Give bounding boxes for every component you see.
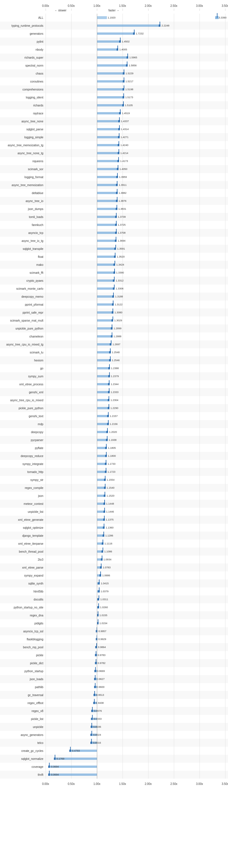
row-label: scimark_fft xyxy=(0,271,46,274)
row-chart-area: 1.2020 xyxy=(46,428,225,436)
row-chart-area: 1.3725 xyxy=(46,221,225,229)
row-chart-area: 1.1520 xyxy=(46,492,225,500)
table-row: logging_simple1.4271 xyxy=(0,133,228,141)
row-chart-area: 0.9438 xyxy=(46,699,225,707)
row-label: richards xyxy=(0,104,46,107)
table-row: typing_runtime_protocols2.2248 xyxy=(0,22,228,30)
row-label: sympy_str xyxy=(0,478,46,482)
table-row: scimark_lu1.2548 xyxy=(0,348,228,356)
table-row: pickle_pure_python1.2290 xyxy=(0,404,228,412)
table-row: sympy_expand1.0686 xyxy=(0,571,228,580)
table-row: async_tree_io_tg1.3694 xyxy=(0,237,228,245)
row-chart-area: 1.2548 xyxy=(46,348,225,356)
row-chart-area: 1.3708 xyxy=(46,229,225,237)
row-label: pickle_list xyxy=(0,717,46,721)
table-row: meteor_contest1.1448 xyxy=(0,500,228,508)
row-label: async_tree_memoization_tg xyxy=(0,144,46,147)
row-label: crypto_pyaes xyxy=(0,279,46,282)
row-chart-area: 1.3390 xyxy=(46,269,225,277)
row-chart-area: 1.4214 xyxy=(46,149,225,157)
row-label: chameleon xyxy=(0,335,46,338)
table-row: richards1.5105 xyxy=(0,101,228,109)
row-label: chaos xyxy=(0,72,46,75)
row-chart-area: 0.9513 xyxy=(46,691,225,699)
row-label: unpickle_list xyxy=(0,510,46,514)
table-row: scimark_sparse_mat_mult1.3029 xyxy=(0,316,228,324)
row-label: deltablue xyxy=(0,191,46,195)
row-chart-area: 1.5217 xyxy=(46,78,225,85)
table-row: nbody1.4005 xyxy=(0,45,228,54)
row-label: sympy_sum xyxy=(0,375,46,378)
row-chart-area: 1.1805 xyxy=(46,444,225,452)
row-label: deepcopy xyxy=(0,431,46,434)
table-row: async_tree_cpu_io_mixed1.2304 xyxy=(0,396,228,404)
row-chart-area: 1.5229 xyxy=(46,69,225,78)
row-label: create_gc_cycles xyxy=(0,749,46,752)
row-chart-area: 2.2248 xyxy=(46,22,225,30)
row-label: coroutines xyxy=(0,80,46,83)
row-label: bench_mp_pool xyxy=(0,646,46,649)
table-row: pickle_dict0.9782 xyxy=(0,659,228,667)
table-row: generators1.7232 xyxy=(0,30,228,37)
row-label: pycparser xyxy=(0,439,46,442)
row-chart-area: 1.4337 xyxy=(46,117,225,125)
table-row: gc_traversal0.9513 xyxy=(0,691,228,699)
table-row: html5lib1.0379 xyxy=(0,587,228,595)
row-label: pprint_safe_repr xyxy=(0,311,46,314)
row-chart-area: 1.5198 xyxy=(46,85,225,93)
table-row: pickle_list0.9033 xyxy=(0,715,228,723)
row-label: bench_thread_pool xyxy=(0,550,46,553)
row-chart-area: 1.5965 xyxy=(46,54,225,61)
row-chart-area: 1.3739 xyxy=(46,213,225,221)
table-row: fannkuch1.3725 xyxy=(0,221,228,229)
row-label: async_tree_memoization xyxy=(0,184,46,187)
row-chart-area: 0.9033 xyxy=(46,715,225,723)
row-label: pickle_dict xyxy=(0,662,46,665)
top-axis: 0.00x0.50x1.00x1.50x2.00x2.50x3.00x3.50x… xyxy=(46,4,225,13)
table-row: scimark_sor1.4050 xyxy=(0,165,228,173)
table-row: float1.3520 xyxy=(0,253,228,261)
table-row: pyflate1.1805 xyxy=(0,444,228,452)
row-chart-area: 0.0694 xyxy=(46,763,225,771)
row-label: coverage xyxy=(0,765,46,768)
table-row: deepcopy1.2020 xyxy=(0,428,228,436)
row-chart-area: 0.8916 xyxy=(46,739,225,747)
row-chart-area: 1.0311 xyxy=(46,595,225,603)
row-label: richards_super xyxy=(0,56,46,59)
table-row: pathlib0.9600 xyxy=(0,683,228,691)
table-row: spectral_norm1.5856 xyxy=(0,61,228,69)
row-chart-area: 1.5856 xyxy=(46,61,225,69)
row-label: pathlib xyxy=(0,686,46,689)
row-label: deepcopy_memo xyxy=(0,295,46,298)
row-chart-area: 1.1086 xyxy=(46,548,225,556)
row-chart-area: 1.2388 xyxy=(46,364,225,372)
row-chart-area: 1.2157 xyxy=(46,412,225,420)
row-chart-area: 1.0934 xyxy=(46,556,225,563)
row-label: scimark_sor xyxy=(0,167,46,171)
row-chart-area: 1.1448 xyxy=(46,500,225,508)
row-label: comprehensions xyxy=(0,88,46,91)
row-chart-area: 1.1286 xyxy=(46,532,225,539)
row-chart-area: 1.0783 xyxy=(46,563,225,571)
row-label: sqlite_synth xyxy=(0,582,46,585)
row-chart-area: 0.1769 xyxy=(46,755,225,763)
row-label: sqlglot_normalize xyxy=(0,757,46,761)
table-row: crypto_pyaes1.3312 xyxy=(0,277,228,285)
row-chart-area: 1.2344 xyxy=(46,380,225,388)
table-row: telco0.8916 xyxy=(0,739,228,747)
row-label: go xyxy=(0,367,46,370)
row-label: pickle xyxy=(0,654,46,657)
row-chart-area: 0.8924 xyxy=(46,731,225,739)
row-label: async_tree_cpu_io_mixed_tg xyxy=(0,343,46,346)
table-row: xml_etree_parse1.0783 xyxy=(0,563,228,571)
row-chart-area: 1.3306 xyxy=(46,285,225,292)
row-chart-area: 0.9076 xyxy=(46,707,225,715)
row-label: meteor_contest xyxy=(0,502,46,505)
table-row: xml_etree_iterparse1.1116 xyxy=(0,539,228,548)
row-chart-area: 1.0260 xyxy=(46,603,225,611)
row-label: hexiom xyxy=(0,359,46,362)
table-row: mdp1.2156 xyxy=(0,420,228,428)
row-label: spectral_norm xyxy=(0,64,46,67)
row-chart-area: 1.1733 xyxy=(46,460,225,468)
row-chart-area: 0.9783 xyxy=(46,651,225,659)
